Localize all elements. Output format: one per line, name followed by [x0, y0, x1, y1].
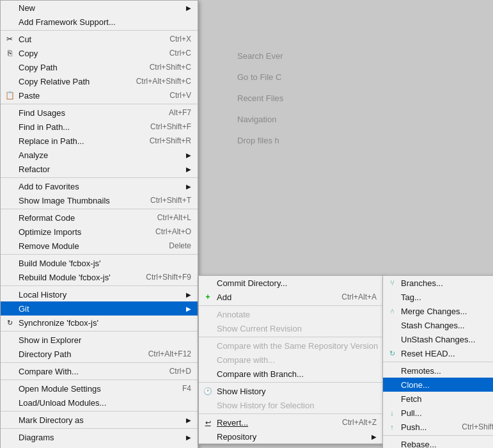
- separator-2: [1, 104, 198, 104]
- separator-5: [1, 254, 198, 255]
- menu-item-replace-in-path[interactable]: Replace in Path... Ctrl+Shift+R: [1, 134, 198, 148]
- separator-11: [1, 428, 198, 429]
- repo-sep-2: [383, 435, 493, 436]
- menu-item-optimize-imports[interactable]: Optimize Imports Ctrl+Alt+O: [1, 225, 198, 239]
- menu-item-analyze[interactable]: Analyze ▶: [1, 148, 198, 162]
- menu-item-rebuild-module[interactable]: Rebuild Module 'fcbox-js' Ctrl+Shift+F9: [1, 270, 198, 284]
- revert-icon: ↩: [203, 417, 213, 428]
- arrow-icon: ▶: [186, 434, 191, 441]
- right-text-4: Navigation: [237, 115, 480, 124]
- git-annotate[interactable]: Annotate: [199, 307, 383, 321]
- arrow-icon: ▶: [186, 152, 191, 159]
- branch-icon: ⑂: [387, 278, 397, 288]
- arrow-icon: ▶: [186, 417, 191, 424]
- right-text-2: Go to File C: [237, 72, 480, 82]
- push-icon: ↑: [387, 422, 397, 432]
- menu-item-paste[interactable]: 📋 Paste Ctrl+V: [1, 88, 198, 102]
- git-sep-3: [199, 382, 383, 383]
- menu-item-directory-path[interactable]: Directory Path Ctrl+Alt+F12: [1, 347, 198, 361]
- separator-3: [1, 177, 198, 178]
- repo-reset-head[interactable]: ↻ Reset HEAD...: [383, 346, 493, 360]
- menu-item-diagrams[interactable]: Diagrams ▶: [1, 430, 198, 444]
- repository-submenu: ⑂ Branches... Tag... ⑃ Merge Changes... …: [382, 275, 493, 448]
- git-compare-with[interactable]: Compare with...: [199, 353, 383, 367]
- menu-item-copy-path[interactable]: Copy Path Ctrl+Shift+C: [1, 60, 198, 74]
- repo-merge-changes[interactable]: ⑃ Merge Changes...: [383, 304, 493, 318]
- repo-push[interactable]: ↑ Push... Ctrl+Shift+K: [383, 420, 493, 434]
- pull-icon: ↓: [387, 408, 397, 418]
- sync-icon: ↻: [4, 317, 15, 328]
- scissors-icon: ✂: [4, 34, 15, 44]
- git-compare-with-branch[interactable]: Compare with Branch...: [199, 367, 383, 381]
- history-icon: 🕐: [203, 386, 213, 396]
- separator-9: [1, 380, 198, 380]
- arrow-icon: ▶: [372, 433, 377, 440]
- menu-item-copy-relative-path[interactable]: Copy Relative Path Ctrl+Alt+Shift+C: [1, 74, 198, 88]
- menu-item-cut[interactable]: ✂ Cut Ctrl+X: [1, 32, 198, 46]
- menu-item-remove-module[interactable]: Remove Module Delete: [1, 239, 198, 253]
- menu-item-show-thumbnails[interactable]: Show Image Thumbnails Ctrl+Shift+T: [1, 193, 198, 207]
- arrow-icon: ▶: [186, 183, 191, 190]
- git-submenu: Commit Directory... + Add Ctrl+Alt+A Ann…: [198, 275, 384, 444]
- repo-branches[interactable]: ⑂ Branches...: [383, 276, 493, 290]
- arrow-icon: ▶: [186, 305, 191, 312]
- menu-item-find-in-path[interactable]: Find in Path... Ctrl+Shift+F: [1, 120, 198, 134]
- right-text-1: Search Ever: [237, 51, 480, 61]
- menu-item-build-module[interactable]: Build Module 'fcbox-js': [1, 256, 198, 270]
- right-text-area: Search Ever Go to File C Recent Files Na…: [224, 38, 493, 158]
- menu-item-git[interactable]: Git ▶: [1, 301, 198, 316]
- menu-item-local-history[interactable]: Local History ▶: [1, 287, 198, 301]
- git-repository[interactable]: Repository ▶: [199, 429, 383, 444]
- menu-item-copy[interactable]: ⎘ Copy Ctrl+C: [1, 46, 198, 60]
- menu-item-refactor[interactable]: Refactor ▶: [1, 162, 198, 176]
- repo-unstash-changes[interactable]: UnStash Changes...: [383, 332, 493, 346]
- copy-icon: ⎘: [4, 48, 15, 58]
- separator-1: [1, 30, 198, 31]
- separator-7: [1, 331, 198, 332]
- arrow-icon: ▶: [186, 291, 191, 298]
- reset-icon: ↻: [387, 348, 397, 358]
- git-show-history[interactable]: 🕐 Show History: [199, 384, 383, 398]
- repo-sep-1: [383, 362, 493, 362]
- repo-tag[interactable]: Tag...: [383, 290, 493, 304]
- menu-item-synchronize[interactable]: ↻ Synchronize 'fcbox-js': [1, 316, 198, 330]
- menu-item-new[interactable]: New ▶: [1, 1, 198, 15]
- git-sep-1: [199, 305, 383, 306]
- git-compare-same-repo[interactable]: Compare with the Same Repository Version: [199, 339, 383, 353]
- paste-icon: 📋: [4, 90, 15, 100]
- right-text-5: Drop files h: [237, 136, 480, 145]
- menu-item-reformat-code[interactable]: Reformat Code Ctrl+Alt+L: [1, 211, 198, 225]
- git-revert[interactable]: ↩ Revert... Ctrl+Alt+Z: [199, 415, 383, 429]
- right-text-3: Recent Files: [237, 93, 480, 103]
- repo-clone[interactable]: Clone...: [383, 378, 493, 392]
- menu-item-show-explorer[interactable]: Show in Explorer: [1, 333, 198, 347]
- menu-item-mark-directory[interactable]: Mark Directory as ▶: [1, 413, 198, 427]
- git-add[interactable]: + Add Ctrl+Alt+A: [199, 290, 383, 304]
- menu-item-load-unload-modules[interactable]: Load/Unload Modules...: [1, 396, 198, 410]
- primary-context-menu: New ▶ Add Framework Support... ✂ Cut Ctr…: [0, 0, 198, 448]
- menu-item-open-module-settings[interactable]: Open Module Settings F4: [1, 381, 198, 396]
- arrow-icon: ▶: [186, 166, 191, 173]
- menu-item-compare-with[interactable]: Compare With... Ctrl+D: [1, 364, 198, 378]
- arrow-icon: ▶: [186, 4, 191, 12]
- menu-item-maven[interactable]: m Maven ▶: [1, 444, 198, 448]
- add-icon: +: [203, 292, 213, 302]
- git-show-history-selection[interactable]: Show History for Selection: [199, 398, 383, 412]
- separator-8: [1, 362, 198, 363]
- menu-item-find-usages[interactable]: Find Usages Alt+F7: [1, 106, 198, 120]
- separator-4: [1, 209, 198, 209]
- git-sep-4: [199, 413, 383, 414]
- repo-remotes[interactable]: Remotes...: [383, 364, 493, 378]
- separator-10: [1, 411, 198, 412]
- merge-icon: ⑃: [387, 306, 397, 316]
- git-sep-2: [199, 337, 383, 337]
- repo-rebase[interactable]: Rebase...: [383, 437, 493, 448]
- repo-stash-changes[interactable]: Stash Changes...: [383, 318, 493, 332]
- menu-item-add-framework[interactable]: Add Framework Support...: [1, 15, 198, 29]
- repo-pull[interactable]: ↓ Pull...: [383, 406, 493, 420]
- repo-fetch[interactable]: Fetch: [383, 392, 493, 406]
- menu-item-add-to-favorites[interactable]: Add to Favorites ▶: [1, 179, 198, 193]
- separator-6: [1, 285, 198, 286]
- git-show-current-revision[interactable]: Show Current Revision: [199, 321, 383, 335]
- git-commit-directory[interactable]: Commit Directory...: [199, 276, 383, 290]
